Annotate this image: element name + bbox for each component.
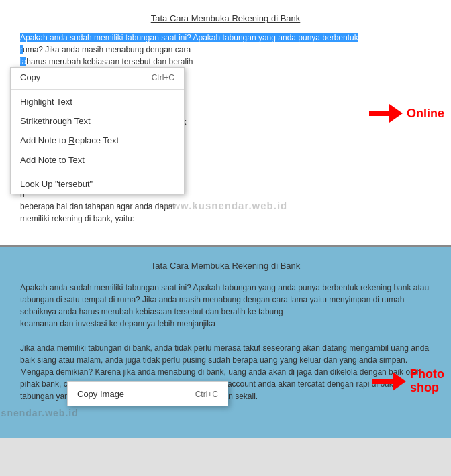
photoshop-line1: Photo	[410, 368, 444, 381]
menu-separator-1	[11, 89, 184, 90]
selected-text-1: Apakah anda sudah memiliki tabungan saat…	[20, 33, 358, 42]
photoshop-arrow-head	[393, 372, 406, 391]
top-doc-title: Tata Cara Membuka Rekening di Bank	[20, 13, 431, 23]
online-label-container: Online	[369, 104, 444, 123]
add-note-replace-label: Add Note to Replace Text	[20, 135, 119, 145]
menu-separator-2	[11, 172, 184, 172]
copy-image-label: Copy Image	[77, 389, 124, 399]
menu-lookup[interactable]: Look Up "tersebut"	[11, 174, 184, 194]
bottom-doc-title: Tata Cara Membuka Rekening di Bank	[20, 261, 431, 271]
text-line2: uma? Jika anda masih menabung dengan car…	[23, 45, 191, 54]
watermark-top: www.kusnendar.web.id	[164, 200, 287, 211]
highlight-label: Highlight Text	[20, 97, 72, 107]
watermark-bottom: www.kusnendar.web.id	[0, 408, 225, 418]
context-menu[interactable]: Copy Ctrl+C Highlight Text Strikethrough…	[10, 67, 185, 194]
text-line14: beberapa hal dan tahapan agar anda dapat	[20, 202, 175, 211]
photoshop-label-container: Photo shop	[372, 368, 444, 395]
text-line3: harus merubah kebiasaan tersebut dan ber…	[26, 57, 193, 66]
menu-add-note-replace[interactable]: Add Note to Replace Text	[11, 131, 184, 150]
strikethrough-label: Strikethrough Text	[20, 116, 91, 126]
menu-highlight[interactable]: Highlight Text	[11, 92, 184, 111]
arrow-shaft	[369, 111, 389, 116]
copy-shortcut: Ctrl+C	[152, 73, 174, 82]
menu-strikethrough[interactable]: Strikethrough Text	[11, 111, 184, 131]
arrow-head	[389, 104, 403, 123]
top-panel: Tata Cara Membuka Rekening di Bank Apaka…	[0, 0, 451, 247]
bottom-text-p1: Apakah anda sudah memiliki tabungan saat…	[20, 283, 429, 316]
photoshop-text-block: Photo shop	[410, 368, 444, 395]
add-note-label: Add Note to Text	[20, 155, 85, 165]
menu-copy[interactable]: Copy Ctrl+C	[11, 68, 184, 87]
online-text: Online	[407, 107, 444, 121]
bottom-text-p2: keamanan dan investasi ke depannya lebih…	[20, 319, 215, 329]
text-line15: memiliki rekening di bank, yaitu:	[20, 214, 134, 223]
lookup-label: Look Up "tersebut"	[20, 179, 93, 189]
copy-image-menu[interactable]: Copy Image Ctrl+C	[67, 381, 228, 406]
photoshop-arrow	[372, 372, 406, 391]
online-arrow	[369, 104, 403, 123]
copy-label: Copy	[20, 72, 40, 82]
copy-image-item[interactable]: Copy Image Ctrl+C	[68, 382, 228, 406]
menu-add-note[interactable]: Add Note to Text	[11, 150, 184, 170]
copy-image-shortcut: Ctrl+C	[195, 390, 218, 399]
selected-text-3: la	[20, 57, 26, 66]
photoshop-line2: shop	[410, 381, 444, 395]
photoshop-arrow-shaft	[372, 379, 393, 384]
bottom-panel: Tata Cara Membuka Rekening di Bank Apaka…	[0, 247, 451, 438]
